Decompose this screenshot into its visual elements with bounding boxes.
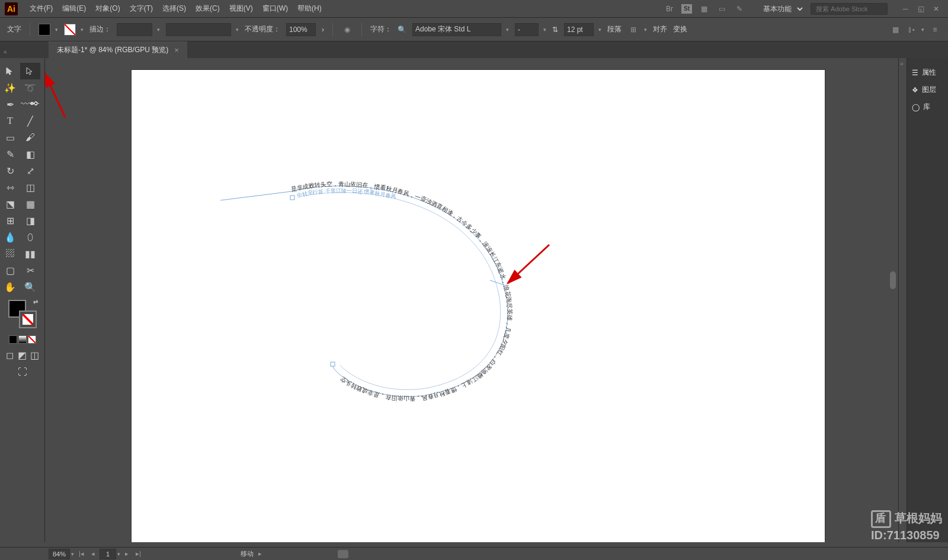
transform-label[interactable]: 变换 — [673, 24, 687, 34]
path-anchor-start[interactable] — [290, 196, 294, 200]
stroke-weight-input[interactable] — [117, 23, 152, 36]
paintbrush-tool[interactable]: 🖌 — [20, 129, 40, 146]
right-collapse-handle[interactable] — [898, 58, 907, 542]
isolate-icon[interactable]: ▦ — [889, 24, 901, 36]
scale-tool[interactable]: ⤢ — [20, 162, 40, 179]
menu-edit[interactable]: 编辑(E) — [57, 4, 91, 14]
shape-builder-tool[interactable]: ⬔ — [0, 196, 20, 212]
paragraph-label[interactable]: 段落 — [607, 24, 622, 34]
path-anchor-end[interactable] — [331, 362, 335, 366]
eraser-tool[interactable]: ◧ — [20, 146, 40, 162]
stock-icon[interactable]: St — [681, 4, 692, 14]
font-size-input[interactable]: 12 pt — [564, 23, 594, 36]
slice-tool[interactable]: ✂ — [20, 262, 40, 279]
window-restore-icon[interactable]: ◱ — [914, 3, 928, 15]
eyedropper-tool[interactable]: 💧 — [0, 229, 20, 245]
screen-mode-icon[interactable]: ⛶ — [12, 364, 33, 380]
arrange-docs-icon[interactable]: ▦ — [698, 3, 710, 15]
hand-tool[interactable]: ✋ — [0, 279, 20, 295]
menu-effect[interactable]: 效果(C) — [191, 4, 225, 14]
width-tool[interactable]: ⇿ — [0, 179, 20, 196]
align-label[interactable]: 对齐 — [653, 24, 667, 34]
document-tab[interactable]: 未标题-1* @ 84% (RGB/GPU 预览) × — [49, 41, 187, 58]
vertical-scrollbar[interactable] — [889, 58, 898, 542]
status-caret-icon[interactable]: ▸ — [256, 550, 264, 558]
panel-libraries[interactable]: ◯ 库 — [907, 98, 948, 116]
color-mode-none[interactable] — [28, 335, 36, 344]
align-to-icon[interactable]: ⫿▸ — [906, 24, 918, 36]
magic-wand-tool[interactable]: ✨ — [0, 79, 20, 96]
curvature-tool[interactable]: 〰✒ — [20, 96, 40, 113]
symbol-sprayer-tool[interactable]: ⛆ — [0, 245, 20, 262]
rectangle-tool[interactable]: ▭ — [0, 129, 20, 146]
path-artwork[interactable]: 是非成败转头空，青山依旧在，惯看秋月春风，一壶浊酒喜相逢，古今多少事，滚滚长江东… — [132, 70, 825, 542]
tab-close-icon[interactable]: × — [174, 46, 179, 55]
rotate-tool[interactable]: ↻ — [0, 162, 20, 179]
recolor-icon[interactable]: ◉ — [341, 24, 353, 36]
list-icon[interactable]: ≡ — [929, 24, 941, 36]
font-style-input[interactable]: - — [515, 23, 539, 36]
panel-label: 图层 — [922, 85, 936, 95]
swap-fill-stroke-icon[interactable]: ⇄ — [33, 299, 38, 305]
window-minimize-icon[interactable]: ─ — [898, 3, 912, 15]
search-stock-input[interactable] — [811, 3, 888, 15]
menu-view[interactable]: 视图(V) — [225, 4, 258, 14]
lasso-tool[interactable]: ➰ — [20, 79, 40, 96]
panel-properties[interactable]: ☰ 属性 — [907, 64, 948, 81]
stroke-color-icon[interactable] — [19, 311, 37, 328]
zoom-dropdown-icon[interactable]: ▾ — [71, 551, 74, 557]
workspace-switcher[interactable]: 基本功能 — [757, 3, 805, 15]
menu-select[interactable]: 选择(S) — [158, 4, 191, 14]
font-search-icon[interactable]: 🔍 — [398, 25, 406, 34]
window-close-icon[interactable]: ✕ — [929, 3, 943, 15]
brush-definition[interactable] — [166, 23, 231, 36]
collapse-left-icon[interactable]: « — [4, 49, 7, 55]
font-family-input[interactable]: Adobe 宋体 Std L — [412, 23, 501, 36]
blend-tool[interactable]: ⬯ — [20, 229, 40, 245]
prev-artboard-icon[interactable]: ◂ — [89, 550, 97, 558]
graph-tool[interactable]: ▮▮ — [20, 245, 40, 262]
last-artboard-icon[interactable]: ▸| — [133, 550, 143, 558]
menu-object[interactable]: 对象(O) — [91, 4, 124, 14]
zoom-level[interactable]: 84% — [49, 549, 70, 559]
panel-layers[interactable]: ❖ 图层 — [907, 81, 948, 98]
color-mode-color[interactable] — [9, 335, 17, 344]
fill-stroke-control[interactable]: ⇄ — [8, 300, 37, 328]
line-tool[interactable]: ╱ — [20, 113, 40, 129]
bridge-icon[interactable]: Br — [664, 3, 675, 15]
type-tool[interactable]: T — [0, 113, 20, 129]
menu-type[interactable]: 文字(T) — [125, 4, 158, 14]
artboard-tool[interactable]: ▢ — [0, 262, 20, 279]
opacity-value[interactable]: 100% — [286, 23, 316, 36]
fill-swatch[interactable] — [39, 24, 50, 36]
menu-help[interactable]: 帮助(H) — [293, 4, 326, 14]
feedback-icon[interactable]: ✎ — [734, 3, 745, 15]
stroke-swatch[interactable] — [64, 24, 76, 36]
tools-panel: ✨ ➰ ✒ 〰✒ T ╱ ▭ 🖌 ✎ ◧ ↻ ⤢ ⇿ ◫ ⬔ ▦ — [0, 58, 45, 542]
artboard[interactable]: 是非成败转头空，青山依旧在，惯看秋月春风，一壶浊酒喜相逢，古今多少事，滚滚长江东… — [132, 70, 825, 542]
gradient-tool[interactable]: ◨ — [20, 212, 40, 229]
menu-file[interactable]: 文件(F) — [25, 4, 57, 14]
horizontal-scrollbar[interactable] — [338, 550, 348, 558]
color-mode-gradient[interactable] — [18, 335, 27, 344]
path-text-outer[interactable]: 是非成败转头空，青山依旧在，惯看秋月春风，一壶浊酒喜相逢，古今多少事，滚滚长江东… — [290, 181, 513, 402]
align-panel-icon[interactable]: ⊞ — [627, 24, 639, 36]
shaper-tool[interactable]: ✎ — [0, 146, 20, 162]
draw-normal-icon[interactable]: ◻ — [5, 350, 15, 360]
mesh-tool[interactable]: ⊞ — [0, 212, 20, 229]
first-artboard-icon[interactable]: |◂ — [76, 550, 87, 558]
free-transform-tool[interactable]: ◫ — [20, 179, 40, 196]
canvas-area[interactable]: 是非成败转头空，青山依旧在，惯看秋月春风，一壶浊酒喜相逢，古今多少事，滚滚长江东… — [45, 58, 889, 542]
direct-selection-tool[interactable] — [20, 63, 40, 79]
zoom-tool[interactable]: 🔍 — [20, 279, 40, 295]
pen-tool[interactable]: ✒ — [0, 96, 20, 113]
gpu-icon[interactable]: ▭ — [716, 3, 728, 15]
draw-inside-icon[interactable]: ◫ — [30, 350, 40, 360]
opacity-caret-icon[interactable]: › — [322, 25, 324, 34]
perspective-tool[interactable]: ▦ — [20, 196, 40, 212]
draw-behind-icon[interactable]: ◩ — [17, 350, 28, 360]
artboard-number[interactable]: 1 — [100, 549, 116, 559]
next-artboard-icon[interactable]: ▸ — [123, 550, 131, 558]
menu-window[interactable]: 窗口(W) — [258, 4, 293, 14]
selection-tool[interactable] — [0, 63, 20, 79]
